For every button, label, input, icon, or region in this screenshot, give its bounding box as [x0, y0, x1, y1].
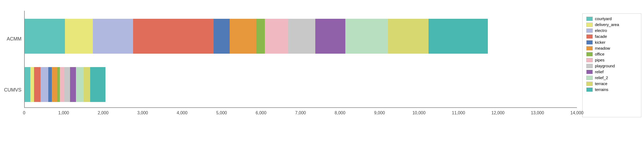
- bar-segment-terrains: [90, 67, 105, 102]
- legend-item-delivery_area: delivery_area: [586, 22, 637, 27]
- legend-color-electro: [586, 28, 593, 33]
- bar-segment-terrace: [388, 19, 429, 54]
- bar-segment-courtyard: [25, 67, 30, 102]
- legend-item-courtyard: courtyard: [586, 16, 637, 21]
- bar-row-acmm: [25, 16, 577, 56]
- legend-label-delivery_area: delivery_area: [595, 22, 619, 27]
- x-tick-3000: 3,000: [137, 111, 148, 115]
- bar-segment-relief_2: [76, 67, 84, 102]
- bars-container: [24, 11, 577, 108]
- x-tick-14000: 14,000: [570, 111, 584, 115]
- x-tick-6000: 6,000: [256, 111, 266, 115]
- legend-label-electro: electro: [595, 28, 607, 33]
- legend-color-pipes: [586, 58, 593, 62]
- legend-item-relief: relief: [586, 69, 637, 74]
- legend-color-terrace: [586, 82, 593, 86]
- bar-segment-delivery_area: [30, 67, 34, 102]
- x-tick-13000: 13,000: [531, 111, 544, 115]
- bar-segment-terrace: [84, 67, 90, 102]
- bar-segment-electro: [34, 67, 41, 102]
- legend-color-meadow: [586, 46, 593, 50]
- x-axis: 01,0002,0003,0004,0005,0006,0007,0008,00…: [24, 109, 577, 117]
- bar-segment-meadow: [52, 67, 57, 102]
- legend-color-terrains: [586, 87, 593, 92]
- bar-segment-kicker: [214, 19, 230, 54]
- legend-label-terrains: terrains: [595, 87, 608, 92]
- bar-segment-pipes: [60, 67, 65, 102]
- bar-segment-facade: [41, 67, 48, 102]
- bar-segment-facade: [133, 19, 214, 54]
- bar-segment-electro: [93, 19, 133, 54]
- bar-segment-playground: [288, 19, 315, 54]
- legend-item-kicker: kicker: [586, 40, 637, 45]
- bar-segment-courtyard: [25, 19, 65, 54]
- legend-item-terrace: terrace: [586, 81, 637, 86]
- legend-item-office: office: [586, 52, 637, 56]
- legend-item-facade: facade: [586, 34, 637, 39]
- y-axis-labels: ACMM CUMVS: [3, 13, 24, 115]
- legend-color-kicker: [586, 40, 593, 45]
- legend-label-relief_2: relief_2: [595, 75, 608, 80]
- x-tick-5000: 5,000: [216, 111, 227, 115]
- chart-frame: ACMM CUMVS 01,0002,0003,0004,0005,0006,0…: [3, 11, 641, 117]
- bar-row-cumvs: [25, 64, 577, 105]
- legend-item-relief_2: relief_2: [586, 75, 637, 80]
- legend-item-pipes: pipes: [586, 58, 637, 62]
- legend-label-pipes: pipes: [595, 58, 605, 62]
- bar-segment-relief_2: [345, 19, 388, 54]
- bar-segment-playground: [64, 67, 70, 102]
- x-tick-2000: 2,000: [98, 111, 108, 115]
- legend-item-playground: playground: [586, 64, 637, 68]
- legend: courtyarddelivery_areaelectrofacadekicke…: [582, 13, 641, 117]
- legend-color-delivery_area: [586, 23, 593, 27]
- legend-label-courtyard: courtyard: [595, 16, 612, 21]
- legend-label-kicker: kicker: [595, 40, 605, 45]
- x-tick-11000: 11,000: [452, 111, 465, 115]
- legend-label-terrace: terrace: [595, 81, 608, 86]
- chart-container: ACMM CUMVS 01,0002,0003,0004,0005,0006,0…: [0, 0, 644, 161]
- x-tick-10000: 10,000: [412, 111, 426, 115]
- x-tick-8000: 8,000: [335, 111, 345, 115]
- legend-color-courtyard: [586, 17, 593, 21]
- legend-label-office: office: [595, 52, 605, 56]
- bar-segment-meadow: [230, 19, 256, 54]
- x-tick-12000: 12,000: [491, 111, 504, 115]
- y-label-acmm: ACMM: [7, 36, 21, 42]
- x-tick-4000: 4,000: [177, 111, 188, 115]
- legend-color-playground: [586, 64, 593, 68]
- bar-segment-office: [256, 19, 265, 54]
- legend-item-terrains: terrains: [586, 87, 637, 92]
- legend-item-meadow: meadow: [586, 46, 637, 50]
- x-tick-1000: 1,000: [58, 111, 69, 115]
- legend-label-relief: relief: [595, 69, 604, 74]
- legend-item-electro: electro: [586, 28, 637, 33]
- bar-inner-cumvs: [25, 67, 577, 102]
- bar-segment-kicker: [48, 67, 52, 102]
- bar-segment-delivery_area: [65, 19, 93, 54]
- bar-inner-acmm: [25, 19, 577, 54]
- bar-segment-terrains: [429, 19, 488, 54]
- legend-label-meadow: meadow: [595, 46, 610, 50]
- bar-segment-office: [57, 67, 60, 102]
- legend-color-relief_2: [586, 76, 593, 80]
- legend-color-office: [586, 52, 593, 56]
- legend-label-facade: facade: [595, 34, 607, 39]
- legend-label-playground: playground: [595, 64, 615, 68]
- x-tick-9000: 9,000: [374, 111, 385, 115]
- bar-segment-relief: [315, 19, 345, 54]
- legend-color-facade: [586, 34, 593, 39]
- bar-segment-relief: [70, 67, 76, 102]
- x-tick-0: 0: [23, 111, 25, 115]
- y-label-cumvs: CUMVS: [4, 87, 21, 93]
- bar-segment-pipes: [265, 19, 288, 54]
- bars-and-xaxis: 01,0002,0003,0004,0005,0006,0007,0008,00…: [24, 11, 577, 117]
- legend-color-relief: [586, 70, 593, 74]
- x-tick-7000: 7,000: [295, 111, 306, 115]
